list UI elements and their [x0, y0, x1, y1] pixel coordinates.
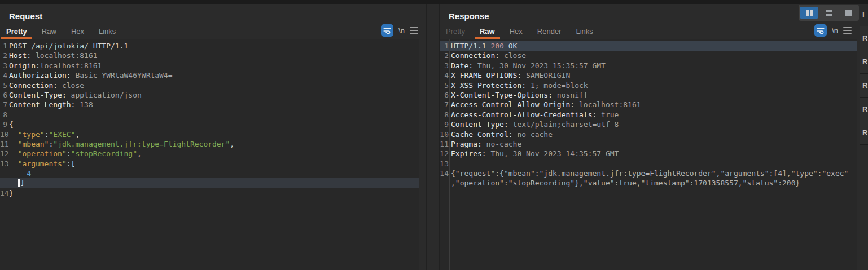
tab-pretty[interactable]: Pretty [441, 27, 470, 39]
code-segment: X-FRAME-OPTIONS: [451, 71, 521, 79]
tab-links[interactable]: Links [571, 27, 598, 39]
line-number: 11 [0, 139, 7, 149]
code-line[interactable]: 11 "mbean":"jdk.management.jfr:type=Flig… [0, 139, 419, 149]
newline-toggle[interactable]: \n [832, 26, 838, 35]
code-line[interactable]: 10 "type":"EXEC", [0, 130, 419, 139]
code-line[interactable]: 14} [0, 188, 419, 198]
code-line[interactable]: 13 "arguments":[ [0, 159, 419, 169]
line-number [0, 178, 7, 188]
code-line[interactable]: 2Connection: close [440, 51, 857, 60]
line-number: 1 [440, 41, 449, 51]
inspector-section[interactable]: I [860, 4, 868, 26]
line-content: Pragma: no-cache [449, 139, 521, 149]
code-line[interactable]: 3Date: Thu, 30 Nov 2023 15:35:57 GMT [440, 61, 857, 70]
line-number: 3 [440, 61, 449, 70]
inspector-empty-area [860, 145, 868, 270]
line-content: Host: localhost:8161 [7, 51, 98, 60]
code-segment: , [75, 130, 80, 139]
word-wrap-toggle[interactable] [814, 24, 827, 37]
single-pane-icon [845, 10, 852, 16]
code-segment: Pragma: [451, 140, 482, 148]
tab-hex[interactable]: Hex [66, 27, 89, 39]
code-line[interactable]: 4 [0, 169, 419, 178]
code-line[interactable]: 9Content-Type: text/plain;charset=utf-8 [440, 119, 857, 129]
word-wrap-toggle[interactable] [381, 24, 393, 37]
single-pane-button[interactable] [839, 7, 858, 19]
code-segment: Access-Control-Allow-Credentials: [451, 110, 597, 119]
inspector-section-label: I [862, 11, 865, 19]
inspector-section[interactable]: R [860, 74, 868, 98]
tab-render[interactable]: Render [532, 27, 567, 39]
code-line[interactable]: 4X-FRAME-OPTIONS: SAMEORIGIN [440, 70, 857, 80]
request-panel-title: Request [9, 11, 417, 21]
response-tabbar: PrettyRawHexRenderLinks \n [440, 21, 860, 39]
line-number [0, 169, 7, 178]
line-number: 8 [0, 110, 7, 119]
line-content: X-Content-Type-Options: nosniff [449, 90, 588, 100]
code-line[interactable]: 7Content-Length: 138 [0, 100, 419, 109]
hamburger-menu-icon[interactable] [843, 27, 852, 34]
code-line[interactable]: 11Pragma: no-cache [440, 139, 857, 149]
line-number: 2 [0, 51, 7, 60]
inspector-section[interactable]: R [860, 98, 868, 121]
code-line[interactable]: 8 [0, 110, 419, 119]
inspector-section-label: R [862, 105, 867, 113]
tab-pretty[interactable]: Pretty [1, 27, 32, 39]
code-line[interactable]: 10Cache-Control: no-cache [440, 130, 857, 139]
line-number: 6 [0, 90, 7, 100]
code-line[interactable]: 9{ [0, 119, 419, 129]
code-segment: 1; mode=block [526, 81, 588, 90]
line-number: 4 [0, 70, 7, 80]
line-content: "mbean":"jdk.management.jfr:type=FlightR… [7, 139, 234, 149]
rows-layout-icon [826, 10, 832, 16]
tab-hex[interactable]: Hex [505, 27, 528, 39]
tab-raw[interactable]: Raw [37, 27, 62, 39]
panel-splitter[interactable] [427, 4, 440, 270]
code-segment: , [230, 140, 234, 148]
line-content: "arguments":[ [7, 159, 75, 169]
code-line[interactable]: 12 "operation":"stopRecording", [0, 149, 419, 158]
response-editor[interactable]: 1HTTP/1.1 200 OK2Connection: close3Date:… [440, 39, 857, 270]
line-number: 5 [440, 81, 449, 90]
line-content: ,"operation":"stopRecording"},"value":tr… [449, 178, 800, 188]
code-segment: nosniff [553, 91, 588, 99]
code-line[interactable]: 5X-XSS-Protection: 1; mode=block [440, 81, 857, 90]
columns-layout-icon [810, 10, 813, 16]
inspector-section[interactable]: R [860, 121, 868, 145]
hamburger-menu-icon[interactable] [410, 27, 418, 34]
tab-links[interactable]: Links [94, 27, 121, 39]
code-segment: 4 [27, 169, 31, 178]
code-line[interactable]: 6X-Content-Type-Options: nosniff [440, 90, 857, 100]
inspector-section[interactable]: R [860, 50, 868, 74]
rows-layout-button[interactable] [819, 7, 838, 19]
line-content: Content-Type: application/json [7, 90, 142, 100]
code-line[interactable]: 12Expires: Thu, 30 Nov 2023 14:35:57 GMT [440, 149, 857, 158]
request-editor[interactable]: 1POST /api/jolokia/ HTTP/1.12Host: local… [0, 39, 419, 270]
code-line[interactable]: 14{"request":{"mbean":"jdk.management.jf… [440, 169, 857, 178]
code-line[interactable]: 7Access-Control-Allow-Origin: localhost:… [440, 100, 857, 109]
code-line[interactable]: 3Origin:localhost:8161 [0, 61, 419, 70]
code-line[interactable]: 1POST /api/jolokia/ HTTP/1.1 [0, 41, 419, 51]
inspector-section[interactable]: R [860, 26, 868, 50]
code-line[interactable]: 5Connection: close [0, 81, 419, 90]
code-line[interactable]: 4Authorization: Basic YWRtaW46YWRtaW4= [0, 70, 419, 80]
code-segment: Thu, 30 Nov 2023 14:35:57 GMT [486, 149, 619, 158]
code-segment: Authorization: [9, 71, 71, 79]
tab-raw[interactable]: Raw [475, 27, 500, 39]
columns-layout-button[interactable] [800, 7, 818, 19]
code-line[interactable]: 8Access-Control-Allow-Credentials: true [440, 110, 857, 119]
code-segment: ] [20, 179, 25, 187]
code-line[interactable]: ] [0, 178, 419, 188]
code-line[interactable]: 2Host: localhost:8161 [0, 51, 419, 60]
code-segment: 200 [490, 42, 503, 50]
code-line[interactable]: 6Content-Type: application/json [0, 90, 419, 100]
newline-toggle[interactable]: \n [398, 26, 405, 35]
code-line[interactable]: 1HTTP/1.1 200 OK [440, 41, 857, 51]
code-line[interactable]: ,"operation":"stopRecording"},"value":tr… [440, 178, 857, 188]
gutter-separator [8, 39, 8, 270]
request-editor-toolbar: \n [381, 24, 426, 39]
line-content: X-FRAME-OPTIONS: SAMEORIGIN [449, 70, 570, 80]
code-line[interactable]: 13 [440, 159, 857, 169]
code-segment: HTTP/1.1 [89, 42, 128, 50]
line-number: 9 [0, 119, 7, 129]
